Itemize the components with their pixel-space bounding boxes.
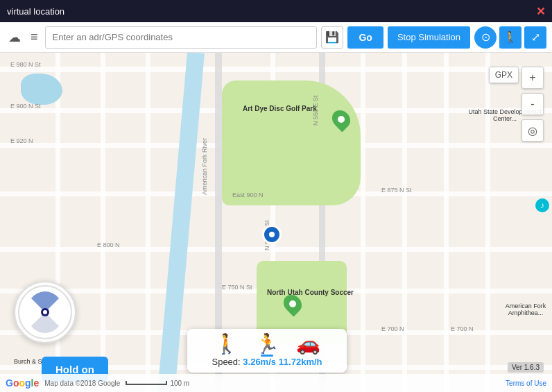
street-label-e875n: E 875 N St xyxy=(381,187,412,194)
scale-line xyxy=(126,381,167,385)
street-v7 xyxy=(361,53,365,392)
speed-kmh-value: 11.72km/h xyxy=(279,357,322,367)
map-data-text: Map data ©2018 Google xyxy=(44,380,120,387)
scale-bar: 100 m xyxy=(126,380,189,387)
speed-panel: 🚶 🏃 🚗 Speed: 3.26m/s 11.72km/h xyxy=(187,329,347,373)
terms-text[interactable]: Terms of Use xyxy=(506,380,546,387)
street-v8 xyxy=(402,53,407,392)
menu-icon: ≡ xyxy=(31,30,38,44)
location-icon: ⊙ xyxy=(481,31,490,44)
car-speed-icon[interactable]: 🚗 xyxy=(296,334,320,354)
coordinates-input[interactable] xyxy=(45,26,318,49)
street-e800n xyxy=(0,247,552,252)
zoom-out-button[interactable]: - xyxy=(521,93,544,115)
street-label-e900n: E 900 N St xyxy=(10,103,41,110)
zoom-in-button[interactable]: + xyxy=(521,67,544,89)
menu-icon-button[interactable]: ≡ xyxy=(28,27,41,47)
stop-simulation-button[interactable]: Stop Simulation xyxy=(388,26,470,49)
walk-icon: 🚶 xyxy=(503,31,517,44)
street-label-e800n: E 800 N xyxy=(97,241,120,248)
street-label-e920n: E 920 N xyxy=(10,137,33,144)
title-bar-text: virtual location xyxy=(7,6,536,17)
compass-widget xyxy=(14,281,76,343)
street-label-e750n: E 750 N St xyxy=(222,284,252,291)
location-button[interactable]: ⊙ xyxy=(474,26,497,49)
compass-svg xyxy=(17,284,73,340)
toolbar: ☁ ≡ 💾 Go Stop Simulation ⊙ 🚶 ⤢ xyxy=(0,22,552,53)
street-v3 xyxy=(146,53,150,392)
compass-reset-button[interactable]: ◎ xyxy=(521,119,544,142)
park-name-label: Art Dye Disc Golf Park xyxy=(243,105,317,112)
street-v10 xyxy=(485,53,490,392)
park-area-main xyxy=(222,80,361,205)
map-container[interactable]: E 980 N St E 900 N St E 920 N E 875 N St… xyxy=(0,53,552,392)
speed-text: Speed: 3.26m/s 11.72km/h xyxy=(212,357,322,367)
walk-button[interactable]: 🚶 xyxy=(499,26,521,49)
close-button[interactable]: ✕ xyxy=(536,5,545,18)
save-button[interactable]: 💾 xyxy=(321,26,343,49)
title-bar: virtual location ✕ xyxy=(0,0,552,22)
toolbar-right-icons: ⊙ 🚶 ⤢ xyxy=(474,26,546,49)
soccer-pin xyxy=(284,294,301,314)
run-speed-icon[interactable]: 🏃 xyxy=(255,334,279,354)
street-label-fork-river: American Fork River xyxy=(201,138,208,195)
amp-label: American Fork Amphithea... xyxy=(499,302,552,316)
scale-text: 100 m xyxy=(170,380,189,387)
go-button[interactable]: Go xyxy=(347,26,383,49)
park-pin xyxy=(333,110,350,129)
speed-ms-value: 3.26m/s xyxy=(243,357,276,367)
cloud-icon: ☁ xyxy=(8,30,21,45)
street-v9 xyxy=(444,53,449,392)
version-badge: Ver 1.6.3 xyxy=(508,362,544,373)
map-controls-right: + - ◎ xyxy=(521,67,544,142)
gpx-label[interactable]: GPX xyxy=(489,67,519,83)
street-label-east900: East 900 N xyxy=(232,191,264,198)
cloud-icon-button[interactable]: ☁ xyxy=(6,27,24,48)
street-e980n xyxy=(0,67,552,72)
soccer-name-label: North Utah County Soccer xyxy=(267,289,354,296)
walk-speed-icon[interactable]: 🚶 xyxy=(214,334,239,354)
route-button[interactable]: ⤢ xyxy=(524,26,546,49)
street-label-e700n: E 700 N xyxy=(381,325,404,332)
google-logo: Google xyxy=(6,377,39,389)
lake xyxy=(21,74,62,105)
save-icon: 💾 xyxy=(325,31,339,44)
compass-icon: ◎ xyxy=(528,124,537,137)
street-label-e700n-right: E 700 N xyxy=(451,325,474,332)
speed-label: Speed: xyxy=(212,357,240,367)
main-location-marker xyxy=(262,225,282,244)
speed-icons-row: 🚶 🏃 🚗 xyxy=(214,334,320,354)
map-bottom-bar: Google Map data ©2018 Google 100 m Terms… xyxy=(0,374,552,392)
street-label-e980n: E 980 N St xyxy=(10,61,41,68)
route-icon: ⤢ xyxy=(531,31,540,44)
street-v2 xyxy=(101,53,105,392)
svg-point-2 xyxy=(43,310,47,314)
teal-marker: ♪ xyxy=(535,198,549,212)
